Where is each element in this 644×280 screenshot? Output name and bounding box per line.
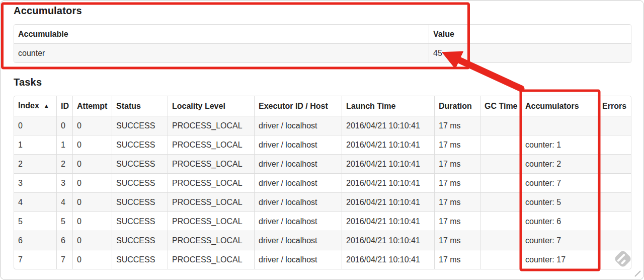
table-row: 000SUCCESSPROCESS_LOCALdriver / localhos…	[14, 116, 631, 135]
col-header-locality-level[interactable]: Locality Level	[168, 96, 254, 116]
table-cell: counter: 2	[521, 154, 598, 173]
table-cell: PROCESS_LOCAL	[168, 173, 254, 192]
table-cell: 3	[14, 173, 56, 192]
table-cell: 0	[72, 212, 112, 231]
spark-ui-stage-page: Accumulators Accumulable Value counter 4…	[0, 0, 644, 280]
table-cell	[521, 116, 598, 135]
table-cell: driver / localhost	[254, 250, 342, 269]
table-cell: 0	[72, 173, 112, 192]
table-cell: driver / localhost	[254, 231, 342, 250]
table-row: 330SUCCESSPROCESS_LOCALdriver / localhos…	[14, 173, 631, 192]
col-header-gc-time[interactable]: GC Time	[480, 96, 521, 116]
table-cell	[598, 250, 631, 269]
table-cell	[598, 173, 631, 192]
table-cell: 0	[72, 231, 112, 250]
table-cell: PROCESS_LOCAL	[168, 212, 254, 231]
table-cell	[480, 173, 521, 192]
table-cell: driver / localhost	[254, 154, 342, 173]
table-cell: 1	[14, 135, 56, 154]
table-cell: 0	[56, 116, 72, 135]
table-cell	[480, 250, 521, 269]
table-cell: 1	[56, 135, 72, 154]
table-cell: counter: 1	[521, 135, 598, 154]
table-cell: 2016/04/21 10:10:41	[342, 192, 434, 212]
table-cell	[598, 154, 631, 173]
table-row: 550SUCCESSPROCESS_LOCALdriver / localhos…	[14, 212, 631, 231]
col-header-status[interactable]: Status	[112, 96, 168, 116]
table-cell	[598, 192, 631, 212]
table-cell: 17 ms	[434, 250, 480, 269]
table-cell: 0	[72, 116, 112, 135]
table-cell: 5	[56, 212, 72, 231]
table-cell: counter: 5	[521, 192, 598, 212]
table-cell: SUCCESS	[112, 231, 168, 250]
table-cell: 17 ms	[434, 231, 480, 250]
table-cell: driver / localhost	[254, 212, 342, 231]
col-header-errors[interactable]: Errors	[598, 96, 631, 116]
col-header-launch-time[interactable]: Launch Time	[342, 96, 434, 116]
table-cell: 2016/04/21 10:10:41	[342, 154, 434, 173]
table-cell: driver / localhost	[254, 173, 342, 192]
table-cell: driver / localhost	[254, 135, 342, 154]
accumulators-table: Accumulable Value counter 45	[14, 24, 631, 63]
table-cell: 2	[14, 154, 56, 173]
col-header-accumulators[interactable]: Accumulators	[521, 96, 598, 116]
table-cell: 17 ms	[434, 192, 480, 212]
table-row: 220SUCCESSPROCESS_LOCALdriver / localhos…	[14, 154, 631, 173]
table-cell: 6	[14, 231, 56, 250]
tasks-table: Index▲ ID Attempt Status Locality Level …	[14, 96, 631, 269]
table-cell: 2016/04/21 10:10:41	[342, 173, 434, 192]
table-cell: SUCCESS	[112, 154, 168, 173]
table-cell: PROCESS_LOCAL	[168, 116, 254, 135]
table-cell: 0	[72, 135, 112, 154]
accumulators-section-title: Accumulators	[14, 5, 82, 17]
table-cell: 3	[56, 173, 72, 192]
table-cell: 0	[72, 250, 112, 269]
tasks-section-title: Tasks	[14, 77, 42, 88]
table-cell: 2	[56, 154, 72, 173]
table-cell	[598, 231, 631, 250]
table-cell: counter: 7	[521, 231, 598, 250]
tasks-header-row: Index▲ ID Attempt Status Locality Level …	[14, 96, 631, 116]
table-cell	[598, 135, 631, 154]
table-cell: driver / localhost	[254, 192, 342, 212]
table-cell: 17 ms	[434, 135, 480, 154]
col-header-index[interactable]: Index▲	[14, 96, 56, 116]
table-cell	[598, 116, 631, 135]
table-cell: 7	[14, 250, 56, 269]
table-cell: counter: 6	[521, 212, 598, 231]
table-cell: 17 ms	[434, 116, 480, 135]
table-cell: PROCESS_LOCAL	[168, 250, 254, 269]
table-cell: 2016/04/21 10:10:41	[342, 250, 434, 269]
table-cell: PROCESS_LOCAL	[168, 154, 254, 173]
table-cell: SUCCESS	[112, 192, 168, 212]
table-cell: 7	[56, 250, 72, 269]
col-header-value: Value	[429, 25, 631, 43]
table-cell: 2016/04/21 10:10:41	[342, 231, 434, 250]
table-cell	[480, 154, 521, 173]
table-cell: 0	[14, 116, 56, 135]
table-cell: PROCESS_LOCAL	[168, 231, 254, 250]
table-cell	[480, 212, 521, 231]
table-cell: SUCCESS	[112, 116, 168, 135]
col-header-attempt[interactable]: Attempt	[72, 96, 112, 116]
table-cell	[480, 231, 521, 250]
table-cell: 0	[72, 192, 112, 212]
table-cell: SUCCESS	[112, 135, 168, 154]
col-header-id[interactable]: ID	[56, 96, 72, 116]
table-cell	[480, 192, 521, 212]
table-cell: SUCCESS	[112, 173, 168, 192]
accumulable-value-cell: 45	[429, 43, 631, 62]
col-header-executor-id-host[interactable]: Executor ID / Host	[254, 96, 342, 116]
table-row: 770SUCCESSPROCESS_LOCALdriver / localhos…	[14, 250, 631, 269]
col-header-duration[interactable]: Duration	[434, 96, 480, 116]
table-cell: 4	[56, 192, 72, 212]
table-row: 110SUCCESSPROCESS_LOCALdriver / localhos…	[14, 135, 631, 154]
table-row: 440SUCCESSPROCESS_LOCALdriver / localhos…	[14, 192, 631, 212]
table-cell	[480, 116, 521, 135]
table-cell: SUCCESS	[112, 212, 168, 231]
table-cell: PROCESS_LOCAL	[168, 192, 254, 212]
table-cell: 2016/04/21 10:10:41	[342, 116, 434, 135]
col-header-accumulable: Accumulable	[14, 25, 429, 43]
table-cell: 17 ms	[434, 173, 480, 192]
